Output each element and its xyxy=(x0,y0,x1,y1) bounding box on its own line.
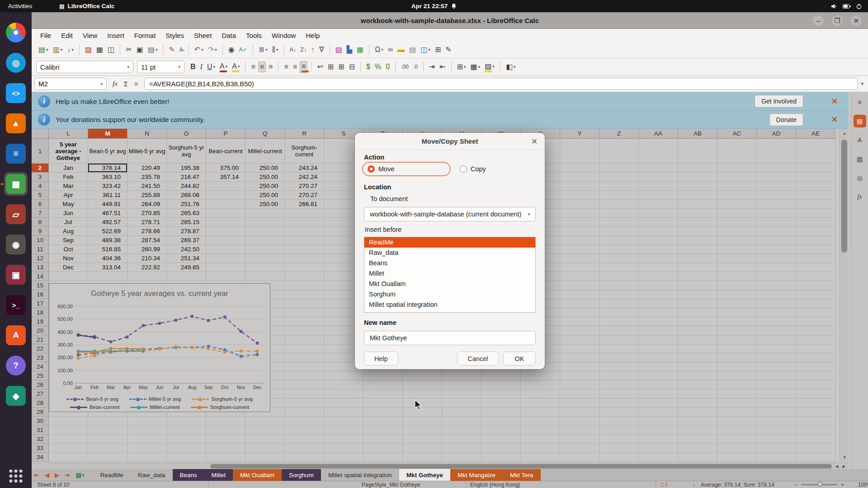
cell-Z3[interactable] xyxy=(599,173,639,182)
cell-Z29[interactable] xyxy=(599,408,639,417)
cell-V30[interactable] xyxy=(442,417,481,426)
menu-data[interactable]: Data xyxy=(217,30,241,41)
cell-Z12[interactable] xyxy=(599,254,639,263)
save-button[interactable]: ↓▾ xyxy=(65,44,75,55)
new-document-button[interactable]: ▤▾ xyxy=(37,44,50,55)
cell-Z25[interactable] xyxy=(599,371,639,380)
cell-Y3[interactable] xyxy=(560,173,599,182)
cell-AE4[interactable] xyxy=(796,182,835,191)
cell-AE8[interactable] xyxy=(796,218,835,227)
cell-S28[interactable] xyxy=(324,399,363,408)
cell-AB15[interactable] xyxy=(678,281,717,290)
row-header-30[interactable]: 30 xyxy=(32,417,49,426)
cell-Z15[interactable] xyxy=(599,281,639,290)
cell-P11[interactable] xyxy=(206,245,245,254)
cell-AE14[interactable] xyxy=(796,272,835,281)
insert-chart-button[interactable]: ▙ xyxy=(345,44,354,55)
menu-format[interactable]: Format xyxy=(129,30,161,41)
cell-Z13[interactable] xyxy=(599,263,639,272)
cell-O2[interactable]: 195.38 xyxy=(167,164,206,173)
cell-U30[interactable] xyxy=(403,417,442,426)
cell-AC13[interactable] xyxy=(717,263,757,272)
cell-Y8[interactable] xyxy=(560,218,599,227)
insert-special-character-button[interactable]: Ω▾ xyxy=(373,44,385,55)
select-all-corner[interactable] xyxy=(32,129,49,139)
column-header-M[interactable]: M xyxy=(88,129,127,139)
cell-S32[interactable] xyxy=(324,435,363,444)
row-header-20[interactable]: 20 xyxy=(32,326,49,335)
cell-R7[interactable] xyxy=(285,209,324,218)
cell-Y27[interactable] xyxy=(560,389,599,399)
cell-AA16[interactable] xyxy=(639,290,678,299)
cell-W27[interactable] xyxy=(481,389,521,399)
cell-AC15[interactable] xyxy=(717,281,757,290)
cell-AA26[interactable] xyxy=(639,380,678,389)
cell-S30[interactable] xyxy=(324,417,363,426)
dock-item-terminal[interactable]: >_ xyxy=(4,293,28,317)
cell-AC24[interactable] xyxy=(717,362,757,371)
cell-Q30[interactable] xyxy=(245,417,285,426)
cell-X29[interactable] xyxy=(521,408,560,417)
row-header-5[interactable]: 5 xyxy=(32,191,49,200)
cell-N13[interactable]: 222.92 xyxy=(127,263,167,272)
format-as-percent-button[interactable]: % xyxy=(373,61,383,72)
cell-Z24[interactable] xyxy=(599,362,639,371)
cell-AC22[interactable] xyxy=(717,344,757,353)
background-color-button[interactable]: ▨▾ xyxy=(483,61,496,73)
cell-AB12[interactable] xyxy=(678,254,717,263)
dock-item-messaging-app[interactable]: ◎ xyxy=(4,51,28,75)
insert-column-button[interactable]: ⫼▾ xyxy=(270,44,280,55)
cell-AC32[interactable] xyxy=(717,435,757,444)
cell-R2[interactable]: 243.24 xyxy=(285,164,324,173)
zoom-level[interactable]: 100% xyxy=(858,482,868,488)
cell-P1[interactable]: Bean-current xyxy=(206,139,245,164)
maximize-button[interactable]: ❐ xyxy=(832,15,843,26)
cell-Y32[interactable] xyxy=(560,435,599,444)
cell-AC25[interactable] xyxy=(717,371,757,380)
cell-O33[interactable] xyxy=(167,444,206,453)
cell-Q33[interactable] xyxy=(245,444,285,453)
cell-AC28[interactable] xyxy=(717,399,757,408)
cell-S29[interactable] xyxy=(324,408,363,417)
cell-AE13[interactable] xyxy=(796,263,835,272)
cell-X25[interactable] xyxy=(521,371,560,380)
cell-AA22[interactable] xyxy=(639,344,678,353)
cell-AB29[interactable] xyxy=(678,408,717,417)
cell-AE33[interactable] xyxy=(796,444,835,453)
cell-AC7[interactable] xyxy=(717,209,757,218)
insert-before-list[interactable]: ReadMeRaw_dataBeansMilletMkt OuallamSorg… xyxy=(364,237,536,313)
cell-P7[interactable] xyxy=(206,209,245,218)
cell-R16[interactable] xyxy=(285,290,324,299)
cell-Y1[interactable] xyxy=(560,139,599,164)
cell-L13[interactable]: Dec xyxy=(49,263,88,272)
cell-AB16[interactable] xyxy=(678,290,717,299)
cell-Y15[interactable] xyxy=(560,281,599,290)
cell-Q1[interactable]: Millet-current xyxy=(245,139,285,164)
cell-T33[interactable] xyxy=(363,444,403,453)
cell-X31[interactable] xyxy=(521,426,560,435)
cell-Q7[interactable] xyxy=(245,209,285,218)
sheet-tab-mkt-gotheye[interactable]: Mkt Gotheye xyxy=(399,469,450,481)
cell-AA11[interactable] xyxy=(639,245,678,254)
cell-AA10[interactable] xyxy=(639,236,678,245)
cell-O6[interactable]: 251.76 xyxy=(167,200,206,209)
cell-AA19[interactable] xyxy=(639,317,678,326)
cell-AC5[interactable] xyxy=(717,191,757,200)
cell-R18[interactable] xyxy=(285,308,324,317)
row-header-6[interactable]: 6 xyxy=(32,200,49,209)
bold-button[interactable]: B xyxy=(189,61,198,72)
cell-AE20[interactable] xyxy=(796,326,835,335)
dock-item-gimp[interactable]: ◉ xyxy=(4,233,28,256)
scroll-up-icon[interactable]: ▲ xyxy=(840,130,849,137)
column-header-O[interactable]: O xyxy=(167,129,206,139)
cell-V33[interactable] xyxy=(442,444,481,453)
cell-R10[interactable] xyxy=(285,236,324,245)
cell-O30[interactable] xyxy=(167,417,206,426)
format-as-number-button[interactable]: 0 xyxy=(384,61,392,72)
cell-AB34[interactable] xyxy=(678,453,717,462)
cell-N34[interactable] xyxy=(127,453,167,462)
dock-item-chrome[interactable] xyxy=(4,21,28,44)
cell-AE5[interactable] xyxy=(796,191,835,200)
cell-U26[interactable] xyxy=(403,380,442,389)
cell-V31[interactable] xyxy=(442,426,481,435)
